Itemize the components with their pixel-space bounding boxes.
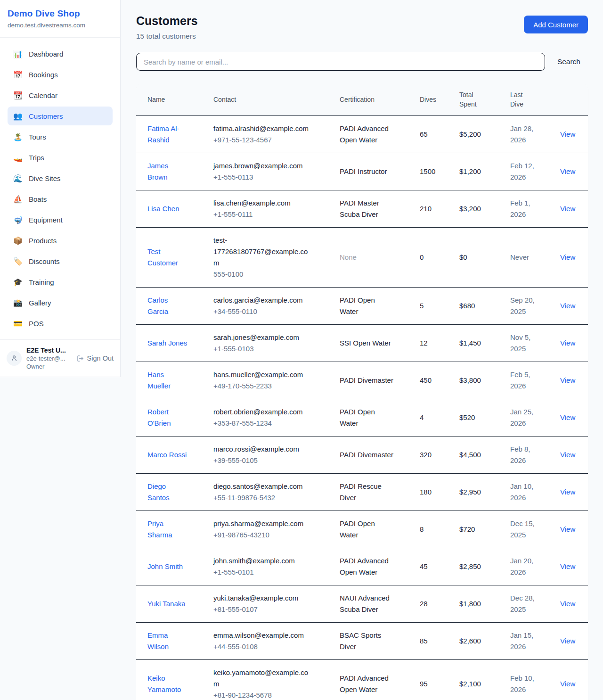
customer-name-link[interactable]: Marco Rossi — [147, 449, 187, 461]
certification-text: PADI Instructor — [340, 166, 387, 177]
sidebar-item-label: Products — [29, 237, 57, 245]
certification-cell: PADI Advanced Open Water — [334, 659, 414, 700]
last-dive-text: Dec 15, 2025 — [510, 518, 539, 541]
sidebar: Demo Dive Shop demo.test.divestreams.com… — [0, 0, 121, 377]
sidebar-item-trips[interactable]: 🚤 Trips — [8, 148, 113, 167]
sidebar-item-tours[interactable]: 🏝️ Tours — [8, 127, 113, 146]
contact-cell: fatima.alrashid@example.com +971-55-123-… — [208, 115, 334, 153]
view-link[interactable]: View — [560, 680, 575, 688]
certification-text: SSI Open Water — [340, 338, 391, 349]
last-dive-text: Feb 12, 2026 — [510, 160, 539, 183]
view-link[interactable]: View — [560, 488, 575, 496]
sidebar-item-bookings[interactable]: 📅 Bookings — [8, 65, 113, 84]
dives-cell: 8 — [414, 511, 454, 548]
last-dive-text: Jan 20, 2026 — [510, 555, 539, 578]
view-link[interactable]: View — [560, 205, 575, 213]
avatar — [7, 351, 22, 366]
last-dive-text: Never — [510, 252, 529, 263]
sidebar-item-dashboard[interactable]: 📊 Dashboard — [8, 44, 113, 63]
sidebar-item-discounts[interactable]: 🏷️ Discounts — [8, 252, 113, 271]
contact-cell: test-1772681807767@example.com 555-0100 — [208, 227, 334, 287]
view-link[interactable]: View — [560, 376, 575, 384]
sidebar-item-calendar[interactable]: 📆 Calendar — [8, 86, 113, 105]
total-spent-cell: $3,800 — [454, 362, 505, 399]
search-input[interactable] — [136, 53, 545, 71]
sidebar-item-customers[interactable]: 👥 Customers — [8, 107, 113, 125]
customer-name-link[interactable]: Carlos Garcia — [147, 295, 189, 317]
customer-name-link[interactable]: John Smith — [147, 561, 183, 572]
view-link[interactable]: View — [560, 130, 575, 138]
sidebar-item-pos[interactable]: 💳 POS — [8, 314, 113, 333]
customer-name-link[interactable]: Fatima Al-Rashid — [147, 123, 189, 146]
customer-phone: +1-555-0113 — [213, 173, 253, 181]
certification-cell: PADI Open Water — [334, 287, 414, 324]
last-dive-cell: Feb 10, 2026 — [505, 659, 554, 700]
customer-name-link[interactable]: Robert O'Brien — [147, 406, 189, 429]
customer-name-link[interactable]: Emma Wilson — [147, 630, 189, 652]
total-spent-cell: $2,850 — [454, 548, 505, 585]
customer-email: emma.wilson@example.com — [213, 630, 304, 641]
total-spent-cell: $5,200 — [454, 115, 505, 153]
dives-cell: 28 — [414, 585, 454, 622]
view-link[interactable]: View — [560, 302, 575, 310]
view-link[interactable]: View — [560, 451, 575, 459]
view-link[interactable]: View — [560, 637, 575, 645]
certification-cell: PADI Instructor — [334, 153, 414, 190]
customer-name-link[interactable]: Diego Santos — [147, 481, 189, 503]
table-body: Fatima Al-Rashid fatima.alrashid@example… — [136, 115, 588, 700]
last-dive-text: Feb 10, 2026 — [510, 673, 539, 695]
sidebar-item-equipment[interactable]: 🤿 Equipment — [8, 210, 113, 229]
certification-cell: PADI Divemaster — [334, 436, 414, 473]
sidebar-item-gallery[interactable]: 📸 Gallery — [8, 293, 113, 312]
view-link[interactable]: View — [560, 253, 575, 261]
customers-table-card: Name Contact Certification Dives Total S… — [136, 84, 588, 700]
certification-text: PADI Advanced Open Water — [340, 123, 395, 146]
table-row: Diego Santos diego.santos@example.com +5… — [136, 473, 588, 511]
view-link[interactable]: View — [560, 562, 575, 570]
add-customer-button[interactable]: Add Customer — [524, 16, 588, 33]
dives-cell: 180 — [414, 473, 454, 511]
pos-icon: 💳 — [13, 319, 23, 328]
search-button[interactable]: Search — [550, 58, 588, 66]
customer-email: priya.sharma@example.com — [213, 518, 303, 529]
customer-phone: +1-555-0111 — [213, 210, 253, 218]
total-spent-cell: $720 — [454, 511, 505, 548]
sidebar-item-training[interactable]: 🎓 Training — [8, 272, 113, 291]
sidebar-item-boats[interactable]: ⛵ Boats — [8, 189, 113, 208]
customer-email: john.smith@example.com — [213, 555, 295, 567]
customer-phone: +34-555-0110 — [213, 307, 257, 315]
last-dive-cell: Dec 15, 2025 — [505, 511, 554, 548]
total-spent-cell: $2,600 — [454, 622, 505, 659]
customer-name-link[interactable]: Keiko Yamamoto — [147, 673, 189, 695]
contact-cell: carlos.garcia@example.com +34-555-0110 — [208, 287, 334, 324]
customer-name-link[interactable]: James Brown — [147, 160, 189, 183]
sign-out-button[interactable]: Sign Out — [77, 354, 114, 362]
view-link[interactable]: View — [560, 339, 575, 347]
customer-name-link[interactable]: Sarah Jones — [147, 338, 187, 349]
certification-text: PADI Master Scuba Diver — [340, 198, 395, 220]
customer-name-link[interactable]: Yuki Tanaka — [147, 598, 186, 609]
contact-cell: priya.sharma@example.com +91-98765-43210 — [208, 511, 334, 548]
view-link[interactable]: View — [560, 525, 575, 533]
column-header-actions — [554, 84, 588, 115]
certification-cell: BSAC Sports Diver — [334, 622, 414, 659]
page-title: Customers — [136, 14, 198, 28]
sidebar-item-dive-sites[interactable]: 🌊 Dive Sites — [8, 169, 113, 188]
customer-email: diego.santos@example.com — [213, 481, 303, 492]
customer-name-link[interactable]: Lisa Chen — [147, 203, 179, 214]
person-icon — [10, 354, 18, 362]
customer-name-link[interactable]: Hans Mueller — [147, 369, 189, 392]
view-link[interactable]: View — [560, 167, 575, 175]
customers-icon: 👥 — [13, 112, 23, 121]
sidebar-item-products[interactable]: 📦 Products — [8, 231, 113, 250]
customer-name-link[interactable]: Test Customer — [147, 246, 189, 269]
customer-phone: +353-87-555-1234 — [213, 419, 272, 427]
view-link[interactable]: View — [560, 600, 575, 608]
last-dive-text: Jan 10, 2026 — [510, 481, 539, 503]
table-row: Priya Sharma priya.sharma@example.com +9… — [136, 511, 588, 548]
certification-text: None — [340, 252, 357, 263]
customer-name-link[interactable]: Priya Sharma — [147, 518, 189, 541]
user-role: Owner — [26, 363, 66, 370]
customer-phone: 555-0100 — [213, 270, 243, 278]
view-link[interactable]: View — [560, 413, 575, 421]
